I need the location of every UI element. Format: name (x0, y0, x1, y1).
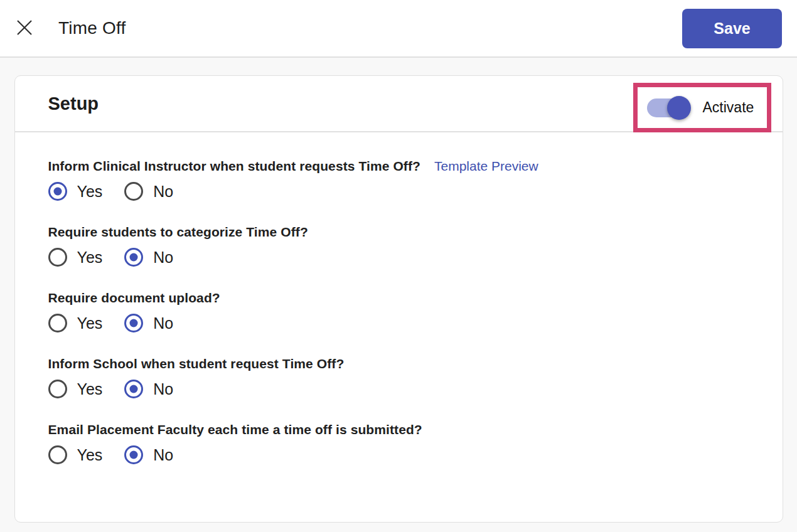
radio-unselected-icon[interactable] (48, 314, 67, 332)
question-label: Email Placement Faculty each time a time… (48, 422, 422, 437)
question-block: Require students to categorize Time Off?… (48, 225, 749, 267)
setup-title: Setup (48, 93, 99, 114)
page-title: Time Off (58, 18, 126, 38)
radio-unselected-icon[interactable] (48, 445, 67, 464)
radio-option-label: Yes (77, 446, 103, 464)
radio-option-label: No (153, 380, 173, 398)
radio-option-no[interactable]: No (124, 445, 173, 464)
question-label: Require students to categorize Time Off? (48, 225, 308, 240)
radio-option-yes[interactable]: Yes (48, 314, 103, 332)
radio-group: YesNo (48, 248, 749, 267)
question-label-row: Require students to categorize Time Off? (48, 225, 749, 240)
close-button[interactable] (15, 19, 34, 38)
question-label: Inform School when student request Time … (48, 356, 345, 371)
radio-option-yes[interactable]: Yes (48, 248, 103, 267)
radio-group: YesNo (48, 182, 749, 201)
question-block: Email Placement Faculty each time a time… (48, 422, 749, 464)
radio-group: YesNo (48, 445, 749, 464)
radio-option-no[interactable]: No (124, 380, 173, 398)
question-label-row: Inform School when student request Time … (48, 356, 749, 371)
radio-selected-icon[interactable] (124, 380, 143, 398)
radio-option-yes[interactable]: Yes (48, 182, 103, 201)
question-block: Inform Clinical Instructor when student … (48, 159, 749, 201)
radio-unselected-icon[interactable] (124, 182, 143, 201)
question-block: Inform School when student request Time … (48, 356, 749, 398)
radio-option-label: No (153, 446, 173, 464)
save-button[interactable]: Save (682, 9, 782, 48)
radio-option-no[interactable]: No (124, 248, 173, 267)
radio-selected-icon[interactable] (124, 248, 143, 267)
question-label-row: Email Placement Faculty each time a time… (48, 422, 749, 437)
page-body: Setup Activate Inform Clinical Instructo… (0, 58, 797, 523)
question-label-row: Inform Clinical Instructor when student … (48, 159, 749, 174)
radio-option-label: Yes (77, 380, 103, 398)
activate-toggle-label: Activate (703, 99, 754, 116)
radio-option-label: Yes (77, 314, 103, 332)
activate-highlight-box: Activate (633, 83, 771, 132)
question-block: Require document upload?YesNo (48, 290, 749, 332)
radio-option-no[interactable]: No (124, 314, 173, 332)
radio-selected-icon[interactable] (124, 445, 143, 464)
radio-option-label: No (153, 183, 173, 201)
activate-toggle[interactable] (647, 96, 691, 120)
toggle-thumb-icon (667, 96, 691, 120)
template-preview-link[interactable]: Template Preview (434, 159, 538, 174)
radio-option-label: Yes (77, 248, 103, 267)
radio-unselected-icon[interactable] (48, 380, 67, 398)
radio-option-yes[interactable]: Yes (48, 380, 103, 398)
question-label: Require document upload? (48, 290, 220, 306)
radio-option-label: No (153, 248, 173, 267)
radio-option-no[interactable]: No (124, 182, 173, 201)
question-label: Inform Clinical Instructor when student … (48, 159, 420, 174)
radio-option-yes[interactable]: Yes (48, 445, 103, 464)
radio-option-label: Yes (77, 183, 103, 201)
radio-group: YesNo (48, 314, 749, 332)
close-icon (16, 19, 33, 38)
radio-group: YesNo (48, 380, 749, 398)
setup-card: Setup Activate Inform Clinical Instructo… (14, 75, 783, 523)
questions: Inform Clinical Instructor when student … (15, 132, 783, 464)
question-label-row: Require document upload? (48, 290, 749, 306)
radio-selected-icon[interactable] (124, 314, 143, 332)
radio-selected-icon[interactable] (48, 182, 67, 201)
radio-unselected-icon[interactable] (48, 248, 67, 267)
header-bar: Time Off Save (0, 0, 797, 58)
radio-option-label: No (153, 314, 173, 332)
